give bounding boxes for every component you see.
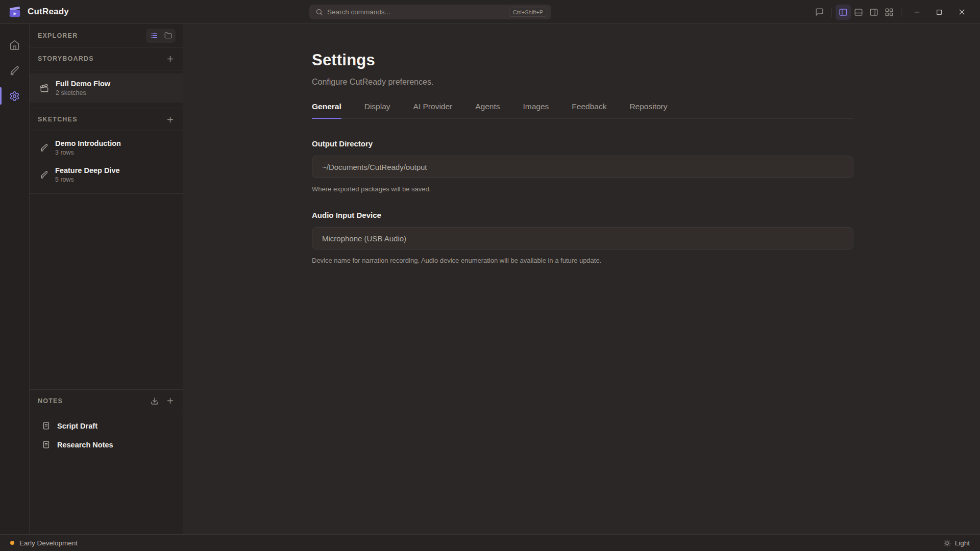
home-icon [9,40,20,51]
document-icon [42,440,51,449]
command-search[interactable]: Ctrl+Shift+P [309,5,551,19]
sun-icon [943,539,951,547]
theme-toggle[interactable]: Light [943,539,970,547]
statusbar: Early Development Light [0,534,980,551]
explorer-label: EXPLORER [38,32,78,39]
clapperboard-icon [40,84,49,93]
audio-input-device-input[interactable] [312,227,853,249]
grid-layout-icon[interactable] [881,5,897,20]
app-logo-clapperboard-icon [8,5,21,18]
status-dot-icon [10,541,14,545]
status-text: Early Development [19,539,78,547]
audio-input-device-group: Audio Input Device Device name for narra… [312,211,853,264]
rail-home-button[interactable] [0,32,29,58]
sidebar-bottom-pad [30,454,183,534]
output-directory-label: Output Directory [312,139,853,148]
folder-icon [164,32,172,39]
rail-sketch-button[interactable] [0,58,29,83]
folder-view-button[interactable] [161,30,175,42]
close-button[interactable] [950,3,973,21]
page-subtitle: Configure CutReady preferences. [312,78,853,87]
list-view-button[interactable] [147,30,160,42]
app-title: CutReady [28,7,69,17]
titlebar-actions [812,0,980,24]
tab-general[interactable]: General [312,102,341,118]
feedback-comment-icon[interactable] [812,5,827,20]
theme-label: Light [955,539,970,547]
sidebar-spacer [30,194,183,389]
note-title: Script Draft [57,422,97,430]
tab-feedback[interactable]: Feedback [572,102,606,118]
note-item[interactable]: Research Notes [30,435,183,454]
settings-tabs: General Display AI Provider Agents Image… [312,102,853,119]
tab-ai-provider[interactable]: AI Provider [413,102,453,118]
search-input[interactable] [327,8,505,16]
gear-icon [9,91,20,102]
status-left: Early Development [10,539,78,547]
output-directory-group: Output Directory Where exported packages… [312,139,853,193]
document-icon [42,421,51,430]
panel-left-toggle-icon[interactable] [836,5,851,20]
minimize-button[interactable] [905,3,928,21]
audio-input-device-label: Audio Input Device [312,211,853,219]
sketches-section-header: SKETCHES [30,108,183,131]
sketch-subtitle: 3 rows [55,149,121,156]
explorer-sidebar: EXPLORER [30,24,183,534]
app-brand: CutReady [0,5,69,18]
sketch-title: Demo Introduction [55,139,121,147]
sketch-item[interactable]: Feature Deep Dive 5 rows [30,161,183,188]
notes-list: Script Draft Research Notes [30,412,183,454]
output-directory-input[interactable] [312,156,853,178]
storyboards-label: STORYBOARDS [38,55,94,62]
titlebar-divider [901,8,901,17]
sketch-item[interactable]: Demo Introduction 3 rows [30,134,183,161]
panel-bottom-toggle-icon[interactable] [851,5,866,20]
note-item[interactable]: Script Draft [30,416,183,435]
sketches-list: Demo Introduction 3 rows Feature Deep Di… [30,131,183,194]
sketch-title: Feature Deep Dive [55,166,120,174]
panel-right-toggle-icon[interactable] [866,5,881,20]
add-note-button[interactable] [166,396,175,405]
titlebar: CutReady Ctrl+Shift+P [0,0,980,24]
storyboards-list: Full Demo Flow 2 sketches [30,70,183,108]
titlebar-divider [831,8,831,17]
audio-input-device-help: Device name for narration recording. Aud… [312,257,853,264]
tab-display[interactable]: Display [364,102,390,118]
pencil-icon [9,65,20,76]
explorer-header: EXPLORER [30,24,183,47]
pencil-icon [40,170,48,179]
rail-settings-button[interactable] [0,83,29,109]
search-shortcut-badge: Ctrl+Shift+P [509,8,547,17]
page-title: Settings [312,51,853,69]
notes-section-header: NOTES [30,389,183,412]
storyboards-section-header: STORYBOARDS [30,47,183,70]
tab-repository[interactable]: Repository [629,102,667,118]
output-directory-help: Where exported packages will be saved. [312,185,853,193]
tab-images[interactable]: Images [523,102,549,118]
search-icon [315,8,323,16]
main-panel: Settings Configure CutReady preferences.… [183,24,980,534]
notes-label: NOTES [38,397,63,405]
maximize-button[interactable] [928,3,950,21]
sketch-subtitle: 5 rows [55,176,120,183]
storyboard-title: Full Demo Flow [56,80,110,88]
explorer-view-toggle [146,29,176,43]
pencil-icon [40,143,48,152]
storyboard-item[interactable]: Full Demo Flow 2 sketches [30,73,183,103]
add-storyboard-button[interactable] [166,55,175,63]
note-title: Research Notes [57,441,113,449]
storyboard-subtitle: 2 sketches [56,89,110,96]
add-sketch-button[interactable] [166,115,175,124]
import-notes-button[interactable] [151,397,159,405]
list-icon [150,32,158,39]
sketches-label: SKETCHES [38,116,78,123]
tab-agents[interactable]: Agents [475,102,500,118]
activity-rail [0,24,30,534]
